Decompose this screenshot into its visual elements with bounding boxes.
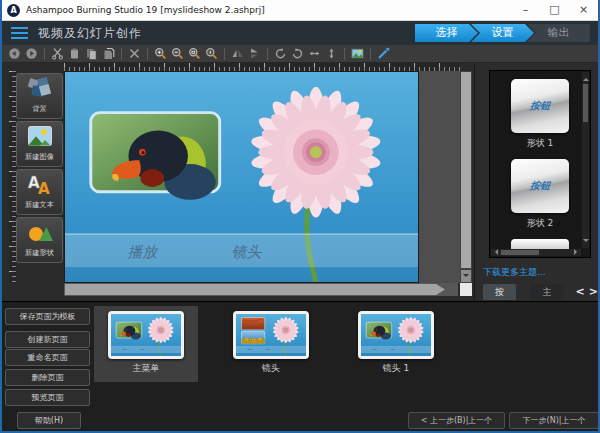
- vertical-ruler: [9, 71, 16, 283]
- flip-horizontal-icon[interactable]: [230, 46, 245, 61]
- list-left-arrow-icon[interactable]: [492, 249, 498, 255]
- sidebar-button-label: 新建形状: [19, 248, 60, 256]
- cut-icon[interactable]: [50, 46, 65, 61]
- draw-icon[interactable]: [376, 46, 391, 61]
- zoom-original-icon[interactable]: [204, 46, 219, 61]
- canvas-vertical-scrollbar[interactable]: [460, 71, 472, 283]
- template-item[interactable]: 按钮形状 1: [490, 79, 590, 150]
- tab-next-arrow-icon[interactable]: >: [589, 285, 598, 298]
- align-horizontal-icon[interactable]: [307, 46, 322, 61]
- wizard-steps: 选择设置输出: [415, 24, 590, 42]
- template-preview-text: 按钮: [529, 179, 550, 193]
- panel-tab-主题[interactable]: 主题: [530, 284, 563, 300]
- wizard-step-选择[interactable]: 选择: [415, 24, 478, 42]
- wizard-step-设置[interactable]: 设置: [471, 24, 534, 42]
- zoom-out-icon[interactable]: [170, 46, 185, 61]
- sidebar-button-label: 新建图像: [19, 152, 60, 160]
- delete-icon[interactable]: [127, 46, 142, 61]
- thumbnail-image[interactable]: [108, 311, 184, 359]
- toolbar-separator: [147, 48, 148, 60]
- app-window: A Ashampoo Burning Studio 19 [myslidesho…: [0, 0, 600, 433]
- canvas-horizontal-scrollbar[interactable]: [64, 283, 458, 296]
- page-title: 视频及幻灯片创作: [38, 25, 142, 42]
- next-step-button[interactable]: 下一步(N)|上一个: [509, 412, 599, 429]
- window-title: Ashampoo Burning Studio 19 [myslideshow …: [26, 5, 511, 15]
- button-template-preview[interactable]: 按钮: [511, 79, 569, 133]
- minimize-button[interactable]: –: [511, 0, 540, 20]
- thumbnail-image[interactable]: [358, 311, 434, 359]
- slide-thumbnail-镜头[interactable]: 镜头: [219, 306, 323, 382]
- page-action-button-0[interactable]: 保存页面为模板: [5, 308, 90, 325]
- insert-sidebar: 背景新建图像AA新建文本新建形状: [16, 73, 63, 265]
- page-action-button-2[interactable]: 重命名页面: [5, 349, 90, 366]
- insert-image-icon[interactable]: [350, 46, 365, 61]
- zoom-in-icon[interactable]: [153, 46, 168, 61]
- rotate-right-icon[interactable]: [290, 46, 305, 61]
- close-button[interactable]: ×: [569, 0, 598, 20]
- tab-scroll-arrows: <>: [574, 285, 600, 298]
- workspace: 背景新建图像AA新建文本新建形状 播放镜头: [2, 63, 598, 301]
- list-down-arrow-icon[interactable]: [583, 239, 589, 245]
- toolbar-separator: [44, 48, 45, 60]
- scrollbar-corner: [460, 283, 472, 296]
- thumbnail-label: 镜头: [219, 362, 323, 375]
- page-action-button-1[interactable]: 创建新页面: [5, 331, 90, 348]
- template-item[interactable]: 按钮形状 2: [490, 159, 590, 230]
- templates-panel: 按钮形状 1按钮形状 2 下载更多主题... 按钮主题<>: [474, 63, 600, 301]
- sidebar-button-new-shape[interactable]: 新建形状: [16, 217, 63, 263]
- template-item-label: 形状 1: [490, 137, 590, 150]
- vscroll-down-arrow-icon[interactable]: [461, 270, 471, 282]
- list-hscroll-thumb[interactable]: [501, 250, 539, 255]
- canvas-margin: [419, 71, 460, 283]
- template-list: 按钮形状 1按钮形状 2: [489, 70, 591, 258]
- slide-canvas[interactable]: 播放镜头: [64, 71, 419, 283]
- wizard-step-输出[interactable]: 输出: [527, 24, 590, 42]
- svg-text:镜头: 镜头: [232, 243, 263, 261]
- sidebar-button-background[interactable]: 背景: [16, 73, 63, 119]
- page-action-button-3[interactable]: 删除页面: [5, 369, 90, 386]
- svg-text:播放: 播放: [127, 243, 159, 261]
- thumbnail-image[interactable]: [233, 311, 309, 359]
- panel-tabs: 按钮主题<>: [475, 282, 600, 301]
- menu-icon[interactable]: [11, 27, 28, 39]
- panel-tab-按钮[interactable]: 按钮: [483, 284, 516, 300]
- thumbnail-label: 镜头 1: [344, 362, 448, 375]
- align-vertical-icon[interactable]: [324, 46, 339, 61]
- template-list-hscrollbar[interactable]: [491, 249, 581, 256]
- sidebar-button-label: 背景: [19, 104, 60, 112]
- new-image-icon: [17, 125, 62, 151]
- vscroll-thumb[interactable]: [461, 72, 471, 268]
- redo-icon[interactable]: [24, 46, 39, 61]
- hscroll-thumb[interactable]: [65, 284, 445, 295]
- paste-icon[interactable]: [67, 46, 82, 61]
- page-action-button-4[interactable]: 预览页面: [5, 389, 90, 406]
- rotate-left-icon[interactable]: [273, 46, 288, 61]
- sidebar-button-label: 新建文本: [19, 200, 60, 208]
- header-bar: 视频及幻灯片创作 选择设置输出: [2, 21, 598, 45]
- toolbar: [2, 45, 598, 63]
- template-item-label: 形状 2: [490, 217, 590, 230]
- button-template-preview[interactable]: 按钮: [511, 159, 569, 213]
- previous-step-button[interactable]: < 上一步(B)|上一个: [408, 412, 505, 429]
- sidebar-button-new-text[interactable]: AA新建文本: [16, 169, 63, 215]
- slide-thumbnail-镜头 1[interactable]: 镜头 1: [344, 306, 448, 382]
- new-shape-icon: [17, 221, 62, 247]
- maximize-button[interactable]: □: [540, 0, 569, 20]
- flip-vertical-icon[interactable]: [247, 46, 262, 61]
- new-text-icon: AA: [17, 173, 62, 199]
- sidebar-button-new-image[interactable]: 新建图像: [16, 121, 63, 167]
- list-right-arrow-icon[interactable]: [574, 249, 580, 255]
- zoom-fit-icon[interactable]: [187, 46, 202, 61]
- copy-icon[interactable]: [84, 46, 99, 61]
- duplicate-icon[interactable]: [101, 46, 116, 61]
- download-more-themes-link[interactable]: 下载更多主题...: [483, 266, 546, 279]
- background-icon: [17, 77, 62, 103]
- help-button[interactable]: 帮助(H): [17, 412, 81, 429]
- tab-prev-arrow-icon[interactable]: <: [576, 285, 585, 298]
- slide-thumbnail-主菜单[interactable]: 主菜单: [94, 306, 198, 382]
- toolbar-separator: [344, 48, 345, 60]
- svg-text:A: A: [38, 180, 50, 195]
- bottom-panel: 保存页面为模板创建新页面重命名页面删除页面预览页面 主菜单镜头镜头 1 帮助(H…: [2, 301, 598, 433]
- toolbar-separator: [370, 48, 371, 60]
- undo-icon[interactable]: [7, 46, 22, 61]
